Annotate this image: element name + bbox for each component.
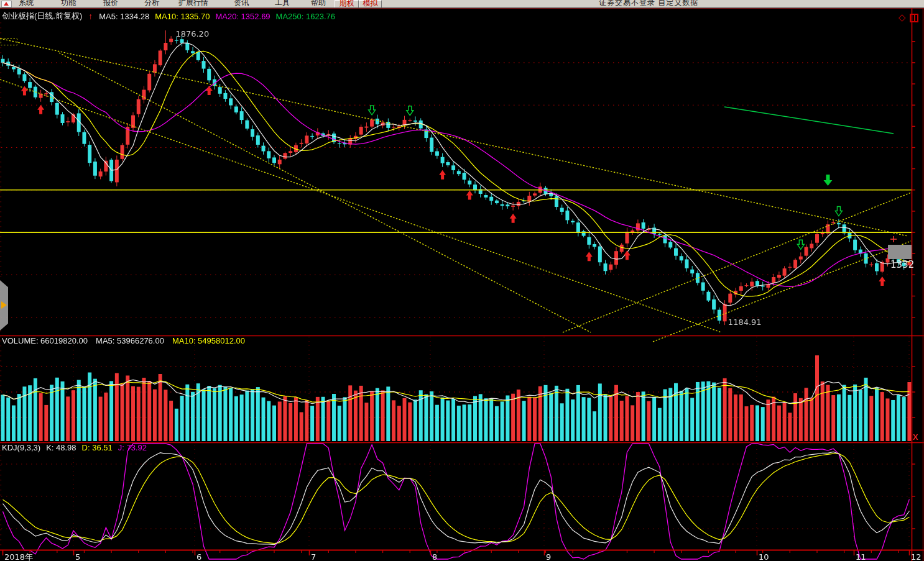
kdj-j-readout: J: 73.92: [118, 443, 147, 452]
app-window: 系统 功能 报价 分析 扩展行情 资讯 工具 帮助 期权 模拟 证券交易不登录 …: [0, 0, 924, 561]
volume-ma10-readout: MA10: 54958012.00: [172, 336, 245, 345]
kdj-indicator-label: KDJ(9,3,3): [2, 443, 40, 452]
volume-ma5-readout: MA5: 53966276.00: [96, 336, 164, 345]
chart-canvas[interactable]: [0, 0, 924, 561]
expand-arrow-icon: [1, 301, 7, 309]
app-icon[interactable]: [1, 1, 12, 7]
kdj-d-readout: D: 36.51: [82, 443, 113, 452]
kdj-pane-close-button[interactable]: X: [913, 432, 918, 442]
volume-readout: VOLUME: 66019820.00: [2, 336, 88, 345]
volume-header: VOLUME: 66019820.00 MA5: 53966276.00 MA1…: [2, 336, 245, 345]
menu-status-text: 证券交易不登录 自定义数据: [599, 0, 698, 8]
sidebar-expand-handle[interactable]: [0, 280, 8, 331]
ma5-readout: MA5: 1334.28: [99, 12, 149, 21]
kdj-k-readout: K: 48.98: [46, 443, 76, 452]
menu-item-quotes[interactable]: 报价: [103, 0, 118, 8]
menu-item-extended-quotes[interactable]: 扩展行情: [178, 0, 208, 8]
menu-item-simulation-hot[interactable]: 模拟: [359, 0, 382, 8]
diamond-icon[interactable]: ◇: [899, 12, 906, 23]
app-logo-icon: [4, 2, 9, 6]
menu-item-news[interactable]: 资讯: [234, 0, 249, 8]
menu-item-tools[interactable]: 工具: [275, 0, 290, 8]
chart-title-row: 创业板指(日线.前复权) ↑ MA5: 1334.28 MA10: 1335.7…: [2, 11, 335, 22]
split-divider-icon: [914, 15, 915, 21]
up-arrow-icon: ↑: [88, 11, 93, 21]
split-window-icon[interactable]: [910, 14, 918, 22]
ma10-readout: MA10: 1335.70: [155, 12, 210, 21]
menu-item-system[interactable]: 系统: [19, 0, 34, 8]
menu-bar: 系统 功能 报价 分析 扩展行情 资讯 工具 帮助 期权 模拟 证券交易不登录 …: [0, 0, 924, 8]
menu-item-options-hot[interactable]: 期权: [335, 0, 359, 8]
ma20-readout: MA20: 1352.69: [215, 12, 270, 21]
kdj-header: KDJ(9,3,3) K: 48.98 D: 36.51 J: 73.92: [2, 443, 147, 452]
ma250-readout: MA250: 1623.76: [276, 12, 335, 21]
menu-item-function[interactable]: 功能: [61, 0, 76, 8]
symbol-title: 创业板指(日线.前复权): [2, 11, 82, 22]
menu-item-help[interactable]: 帮助: [311, 0, 326, 8]
menu-item-analysis[interactable]: 分析: [144, 0, 159, 8]
